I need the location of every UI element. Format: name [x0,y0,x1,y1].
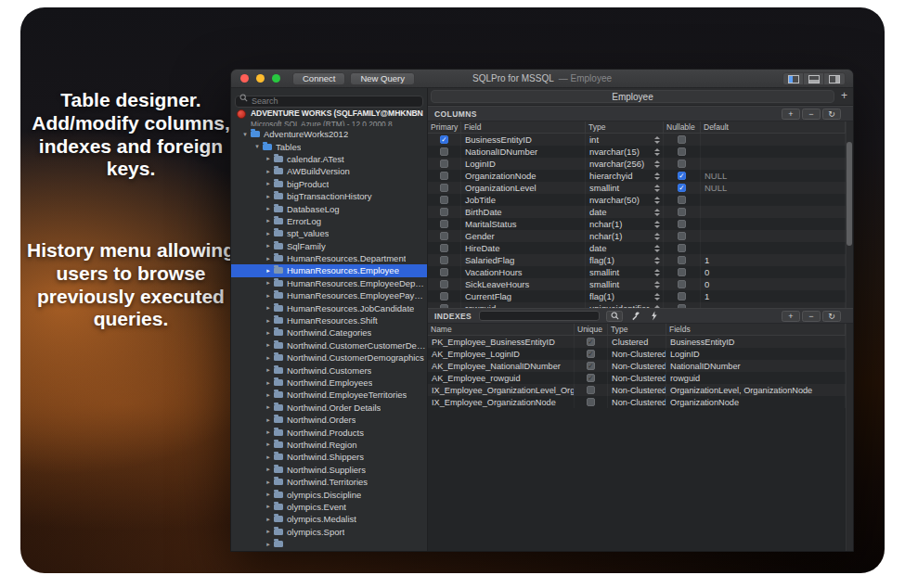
field-cell[interactable]: Gender [461,230,586,242]
type-stepper-icon[interactable] [654,245,660,252]
sidebar-item-table[interactable]: ▸Northwind.Region [231,439,427,451]
index-fields-cell[interactable]: LoginID [666,348,846,360]
column-row[interactable]: VacationHourssmallint0 [428,266,846,278]
connection-item[interactable]: ADVENTURE WORKS (SQLFAMILY@MHKNBN2KDZ) M… [231,106,427,128]
field-cell[interactable]: NationalIDNumber [461,146,586,158]
default-cell[interactable] [701,146,846,158]
sidebar-item-table[interactable]: ▸olympics.Discipline [231,488,427,500]
sidebar-item-table[interactable]: ▸HumanResources.JobCandidate [231,301,427,313]
index-name-cell[interactable]: IX_Employee_OrganizationNode [428,396,575,408]
default-cell[interactable] [701,218,846,230]
type-stepper-icon[interactable] [654,185,660,192]
index-fields-cell[interactable]: NationalIDNumber [666,360,846,372]
primary-checkbox[interactable] [440,160,448,168]
sidebar-item-table[interactable]: ▸spt_values [231,227,427,239]
sidebar-item-table[interactable]: ▸Northwind.Shippers [231,451,427,463]
sidebar-item-table[interactable]: ▸Northwind.Territories [231,476,427,488]
column-row[interactable]: BirthDatedate [428,206,846,218]
sidebar-item-table[interactable]: ▸Northwind.Suppliers [231,464,427,476]
default-cell[interactable] [701,230,846,242]
index-name-cell[interactable]: AK_Employee_rowguid [428,372,575,384]
maintenance-button[interactable] [631,311,641,321]
nullable-checkbox[interactable] [678,244,686,252]
add-tab-button[interactable]: + [841,89,847,102]
nullable-checkbox[interactable] [678,160,686,168]
index-type-cell[interactable]: Non-Clustered [608,384,666,396]
unique-checkbox[interactable]: ✓ [587,338,595,346]
type-stepper-icon[interactable] [654,148,660,156]
default-cell[interactable]: 1 [701,290,846,302]
sidebar-item-table[interactable]: ▸HumanResources.Department [231,252,427,264]
index-name-cell[interactable]: AK_Employee_NationalIDNumber [428,360,575,372]
type-cell[interactable]: nchar(1) [586,218,664,230]
index-name-cell[interactable]: AK_Employee_LoginID [428,348,575,360]
field-cell[interactable]: CurrentFlag [461,290,586,302]
nullable-checkbox[interactable] [678,135,686,144]
nullable-checkbox[interactable] [678,208,686,216]
field-cell[interactable]: OrganizationLevel [461,182,586,194]
sidebar-item-table[interactable]: ▸calendar.ATest [231,153,427,165]
column-row[interactable]: SalariedFlagflag(1)1 [428,254,846,266]
index-fields-cell[interactable]: rowguid [666,372,846,384]
index-row[interactable]: AK_Employee_rowguid✓Non-Clusteredrowguid [428,372,846,384]
primary-checkbox[interactable] [440,292,448,300]
sidebar-item-table[interactable]: ▸Northwind.EmployeeTerritories [231,389,427,401]
type-stepper-icon[interactable] [654,221,660,228]
nullable-checkbox[interactable] [678,147,686,156]
field-cell[interactable]: MaritalStatus [461,218,586,230]
sidebar-item-table[interactable]: ▸AWBuildVersion [231,165,427,177]
field-cell[interactable]: BusinessEntityID [461,134,586,146]
column-row[interactable]: OrganizationNodehierarchyid✓NULL [428,170,846,182]
nullable-checkbox[interactable] [678,196,686,204]
index-type-cell[interactable]: Non-Clustered [608,348,666,360]
default-cell[interactable] [701,242,846,254]
nullable-checkbox[interactable] [678,280,686,288]
sidebar-item-table[interactable]: ▸Northwind.CustomerDemographics [231,352,427,364]
column-row[interactable]: CurrentFlagflag(1)1 [428,290,846,302]
sidebar-item-table[interactable]: ▸ [231,538,427,550]
sidebar-item-table[interactable]: ▸HumanResources.EmployeePayHistory [231,289,427,301]
sidebar-item-table[interactable]: ▸olympics.Medalist [231,513,427,525]
field-cell[interactable]: HireDate [461,242,586,254]
sidebar-item-tables[interactable]: ▾ Tables [231,140,427,152]
default-cell[interactable]: 1 [701,254,846,266]
primary-checkbox[interactable]: ✓ [440,135,448,144]
sidebar-item-table[interactable]: ▸olympics.Sport [231,526,427,538]
type-cell[interactable]: smallint [586,278,664,290]
unique-checkbox[interactable] [587,386,595,394]
sidebar-item-table[interactable]: ▸HumanResources.Shift [231,314,427,326]
index-filter-input[interactable] [479,311,600,321]
default-cell[interactable] [701,206,846,218]
toggle-right-panel-button[interactable] [824,73,845,84]
index-row[interactable]: AK_Employee_LoginID✓Non-ClusteredLoginID [428,348,846,360]
type-cell[interactable]: date [586,242,664,254]
zoom-button[interactable] [272,74,280,83]
column-row[interactable]: OrganizationLevelsmallint✓NULL [428,182,846,194]
default-cell[interactable] [701,134,846,146]
type-cell[interactable]: int [586,134,664,146]
refresh-indexes-button[interactable]: ↻ [822,311,841,322]
type-stepper-icon[interactable] [654,173,660,180]
type-stepper-icon[interactable] [654,293,660,300]
close-button[interactable] [240,74,249,83]
field-cell[interactable]: LoginID [461,158,586,170]
index-row[interactable]: AK_Employee_NationalIDNumber✓Non-Cluster… [428,360,846,372]
rebuild-button[interactable] [650,311,658,321]
default-cell[interactable] [701,194,846,206]
sidebar-item-database[interactable]: ▾ AdventureWorks2012 [231,128,427,140]
new-query-button[interactable]: New Query [350,72,415,85]
unique-checkbox[interactable] [587,398,595,406]
sidebar-item-table[interactable]: ▸Northwind.Customers [231,364,427,376]
sidebar-item-table[interactable]: ▸ErrorLog [231,215,427,227]
add-index-button[interactable]: + [782,311,800,322]
sidebar-item-table[interactable]: ▸HumanResources.Employee [231,264,427,276]
primary-checkbox[interactable] [440,196,448,204]
primary-checkbox[interactable] [440,256,448,264]
sidebar-item-table[interactable]: ▸Northwind.Orders [231,414,427,426]
field-cell[interactable]: OrganizationNode [461,170,586,182]
column-row[interactable]: HireDatedate [428,242,846,254]
unique-checkbox[interactable]: ✓ [587,374,595,382]
primary-checkbox[interactable] [440,147,448,156]
column-row[interactable]: Gendernchar(1) [428,230,846,242]
column-row[interactable]: LoginIDnvarchar(256) [428,158,846,170]
